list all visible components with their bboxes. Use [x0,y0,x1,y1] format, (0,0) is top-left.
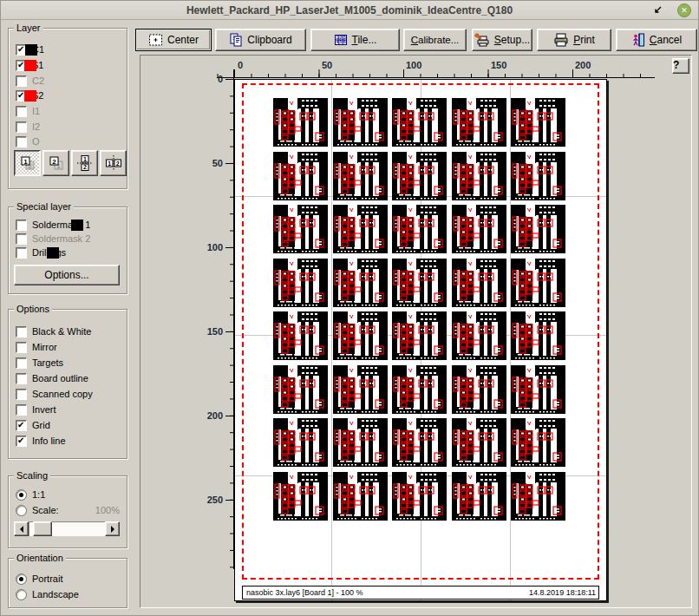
layer-o-checkbox [16,136,27,147]
pcb-tile [511,365,565,414]
scrollbar-right-arrow[interactable] [105,521,120,536]
pcb-tile [392,98,447,147]
split-horizontal-button[interactable]: 12 [71,150,98,176]
close-button[interactable]: ✕ [677,3,691,17]
print-label: Print [573,34,595,46]
pcb-tile [333,205,388,253]
pcb-tile [392,418,447,467]
pcb-tile [452,152,506,200]
layer-row-i1: I1 [16,105,40,117]
info-line-file: nasobic 3x.lay6 [Board 1] - 100 % [243,588,363,597]
cancel-button[interactable]: Cancel [616,29,697,51]
layer-s2-swatch [24,90,36,102]
scanned-copy-checkbox [16,389,27,400]
pcb-tile [511,311,565,360]
layer-row-s2[interactable]: S2 [16,89,43,102]
ratio-1-1-row[interactable]: 1:1 [16,488,45,501]
info-line-datetime: 14.8.2019 18:18:11 [529,588,598,597]
center-icon [148,33,163,47]
scanned-copy-row[interactable]: Scanned copy [16,388,93,400]
split-vertical-icon: 12 [105,154,122,172]
center-button[interactable]: Center [135,29,212,51]
info-line-row[interactable]: Info line [16,435,66,447]
portrait-row[interactable]: Portrait [16,573,62,585]
svg-text:3: 3 [343,36,346,40]
mirror-checkbox [16,342,27,353]
svg-text:2: 2 [115,161,119,167]
print-button[interactable]: Print [537,29,611,51]
svg-text:4: 4 [336,40,338,44]
scaling-group-title: Scaling [14,470,50,481]
help-button[interactable]: ? [672,58,689,74]
board-outline-row[interactable]: Board outline [16,372,88,384]
scale-scrollbar [14,521,120,536]
clipboard-button[interactable]: Clipboard [215,29,306,51]
setup-icon [474,33,490,47]
print-preview-window: Hewlett_Packard_HP_LaserJet_M1005_domini… [0,0,699,616]
split-vertical-button[interactable]: 12 [100,150,127,176]
soldermask2-checkbox [16,233,27,245]
pcb-tile [452,472,506,521]
svg-text:1: 1 [336,36,338,40]
toolbar: Center Clipboard 123456 Tile... Calibrat… [135,29,697,51]
restore-icon[interactable] [652,4,663,16]
layer-group-title: Layer [14,23,43,33]
pcb-tile [273,205,328,253]
setup-button[interactable]: Setup... [472,29,532,51]
scrollbar-left-arrow[interactable] [14,521,29,536]
scale-radio [16,505,27,516]
calibrate-button[interactable]: Calibrate... [403,29,467,51]
soldermask1-checkbox [16,220,27,231]
pcb-tile [511,152,565,200]
targets-row[interactable]: Targets [16,357,63,369]
pcb-tile [273,365,328,414]
pcb-tile [392,259,447,307]
black-white-row[interactable]: Black & White [16,325,91,337]
pcb-tile [452,311,506,360]
mirror-row[interactable]: Mirror [16,341,57,353]
pcb-tile [452,259,506,307]
special-layer-group: Special layer Soldermask 1 Soldermask 2 … [8,206,127,294]
pcb-tile [511,472,565,521]
setup-label: Setup... [494,34,530,46]
pcb-tile [392,365,447,414]
soldermask2-row: Soldermask 2 [16,233,90,245]
landscape-row[interactable]: Landscape [16,588,79,600]
layer-row-o: O [16,135,40,147]
pcb-tile [333,152,388,200]
print-icon [553,33,569,47]
soldermask1-row[interactable]: Soldermask 1 [16,219,90,231]
invert-row[interactable]: Invert [16,403,56,416]
options-group-title: Options [14,304,52,314]
soldermask1-swatch [71,220,83,231]
window-title: Hewlett_Packard_HP_LaserJet_M1005_domini… [186,4,513,16]
layer-2-front-button[interactable]: 12 [42,150,69,176]
layer-1-front-button[interactable]: 21 [14,150,41,176]
options-group: Options Black & White Mirror Targets Boa… [8,309,127,459]
split-horizontal-icon: 12 [76,154,94,172]
scale-row[interactable]: Scale: 100% [16,504,120,516]
options-button[interactable]: Options... [14,265,120,285]
pcb-tile [273,472,328,521]
pcb-tile [333,418,388,467]
tile-button[interactable]: 123456 Tile... [310,29,400,51]
orientation-group: Orientation Portrait Landscape [8,558,127,608]
layer-row-c1[interactable]: C1 [16,43,44,56]
targets-checkbox [16,357,27,369]
layer-i2-checkbox [16,121,27,133]
scale-scrollbar-thumb[interactable] [33,521,52,536]
drillings-row[interactable]: Drillings [16,246,66,259]
svg-text:6: 6 [343,40,346,44]
pcb-tile [333,98,388,147]
black-white-checkbox [16,326,27,337]
layer-row-s1[interactable]: S1 [16,59,43,71]
pcb-tile [452,98,506,147]
pcb-tile [392,472,447,521]
pcb-tile [273,98,328,147]
pcb-tile [273,259,328,307]
scale-value: 100% [95,505,120,515]
orientation-group-title: Orientation [14,553,66,563]
grid-row[interactable]: Grid [16,419,50,431]
tile-icon: 123456 [334,33,348,47]
pcb-tile [333,365,388,414]
